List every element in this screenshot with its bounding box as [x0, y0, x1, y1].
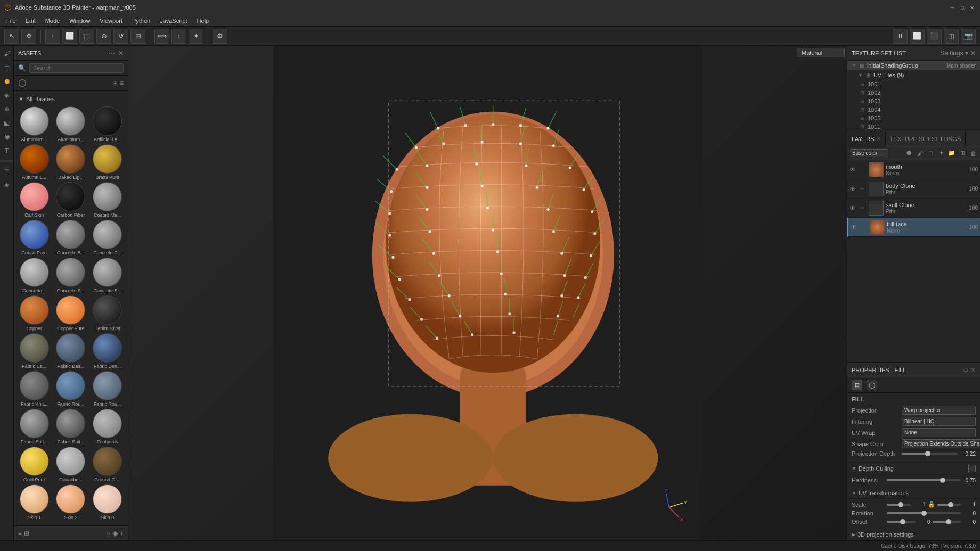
material-item[interactable]: Aluminium... — [17, 106, 52, 142]
material-item[interactable]: Fabric Knit... — [17, 371, 52, 407]
material-item[interactable]: Carbon Fiber — [54, 182, 88, 218]
layer-vis-body[interactable]: 👁 — [850, 185, 858, 193]
depth-culling-header[interactable]: ▼ Depth Culling — [847, 463, 980, 475]
offset-slider-2[interactable] — [933, 521, 961, 523]
library-header[interactable]: ▼ All libraries — [17, 94, 125, 104]
layer-add-folder[interactable]: 📁 — [947, 149, 957, 158]
grid-view-icon[interactable]: ⊞ — [112, 79, 118, 87]
lock-icon[interactable]: 🔒 — [928, 501, 935, 508]
menu-python[interactable]: Python — [128, 17, 154, 25]
move-tool[interactable]: ⊕ — [96, 29, 111, 44]
material-item[interactable]: Baked Lig... — [54, 144, 88, 180]
tile-row[interactable]: ⊞ 1001 — [847, 80, 980, 88]
material-item[interactable]: Fabric Rou... — [54, 371, 88, 407]
mirror-tool[interactable]: ↕ — [172, 29, 186, 44]
material-item[interactable]: Copper Pure — [54, 295, 88, 331]
assets-grid-icon[interactable]: ⊞ — [24, 530, 29, 537]
props-float-icon[interactable]: ⧉ — [963, 366, 968, 374]
material-item[interactable]: Denim Rivet — [90, 295, 125, 331]
tool-fill[interactable]: ⬢ — [1, 76, 13, 87]
layer-row-mouth[interactable]: 👁 mouth Norm 100 — [847, 160, 980, 179]
offset-slider-1[interactable] — [887, 521, 916, 523]
scale-tool[interactable]: ⊞ — [130, 29, 145, 44]
material-item[interactable]: Concrete B... — [54, 220, 88, 256]
material-item[interactable]: Artificial Le... — [90, 106, 125, 142]
tsl-close-icon[interactable]: ✕ — [970, 50, 976, 57]
material-item[interactable]: Fabric Den... — [90, 333, 125, 369]
layer-row-skull-clone[interactable]: 👁 ✏ skull Clone Pthr 100 — [847, 199, 980, 218]
material-item[interactable]: Skin 3 — [90, 484, 125, 520]
layer-vis-skull[interactable]: 👁 — [850, 204, 858, 212]
layer-add-mask[interactable]: ◻ — [926, 149, 935, 158]
menu-window[interactable]: Window — [65, 17, 94, 25]
scale-slider-1[interactable] — [887, 504, 911, 506]
menu-help[interactable]: Help — [193, 17, 214, 25]
tile-row[interactable]: ⊞ 1005 — [847, 114, 980, 122]
material-item[interactable]: Concrete... — [17, 258, 52, 293]
material-item[interactable]: Gouache... — [54, 447, 88, 482]
material-item[interactable]: Calf Skin — [17, 182, 52, 218]
filter-icon[interactable]: ⬡ — [18, 77, 27, 89]
tool-clone[interactable]: ⊕ — [1, 103, 13, 115]
tool-text[interactable]: T — [1, 145, 13, 157]
material-item[interactable]: Ground Gr... — [90, 447, 125, 482]
circle-icon[interactable]: ◉ — [112, 530, 118, 537]
uv-transform-header[interactable]: ▼ UV transformations — [847, 488, 980, 499]
props-close-icon[interactable]: ✕ — [970, 366, 976, 374]
uv-tiles-row[interactable]: ▼ ⊞ UV Tiles (9) — [847, 70, 980, 80]
layer-add-effect[interactable]: ✦ — [936, 149, 946, 158]
transform-tool[interactable]: ✥ — [21, 29, 36, 44]
menu-mode[interactable]: Mode — [41, 17, 64, 25]
menu-javascript[interactable]: JavaScript — [156, 17, 191, 25]
scale-slider-2[interactable] — [937, 504, 961, 506]
material-item[interactable]: Copper — [17, 295, 52, 331]
paint-tool[interactable]: ⬜ — [62, 29, 77, 44]
material-item[interactable]: Autumn L... — [17, 144, 52, 180]
layer-add-fill[interactable]: ⬢ — [904, 149, 914, 158]
layer-vis-mouth[interactable]: 👁 — [850, 166, 858, 174]
material-item[interactable]: Brass Pure — [90, 144, 125, 180]
material-item[interactable]: Coated Me... — [90, 182, 125, 218]
props-tab-fill-icon[interactable]: ⊞ — [852, 380, 862, 390]
render-camera[interactable]: 📷 — [961, 29, 976, 44]
material-item[interactable]: Skin 1 — [17, 484, 52, 520]
render-3d[interactable]: ⬛ — [927, 29, 942, 44]
layer-row-body-clone[interactable]: 👁 ✏ body Clone Pthr 100 — [847, 179, 980, 199]
layer-vis-face[interactable]: 👁 — [851, 224, 859, 231]
assets-close-icon[interactable]: ✕ — [118, 50, 124, 57]
props-tab-mat-icon[interactable]: ◯ — [867, 380, 877, 390]
tsl-settings-icon[interactable]: Settings ▾ — [940, 50, 968, 57]
tile-row[interactable]: ⊞ 1003 — [847, 97, 980, 105]
material-item[interactable]: Aluminium... — [54, 106, 88, 142]
layer-add-paint[interactable]: 🖌 — [915, 149, 925, 158]
tile-row[interactable]: ⊞ 1002 — [847, 88, 980, 97]
material-select[interactable]: Material Albedo Roughness Metallic Norma… — [797, 48, 845, 57]
shading-group-row[interactable]: ▼ ⊞ initialShadingGroup Main shader — [847, 61, 980, 70]
projection-settings-header[interactable]: ▶ 3D projection settings — [847, 529, 980, 540]
wrap-tool[interactable]: ✦ — [189, 29, 203, 44]
hardness-slider[interactable] — [887, 479, 961, 481]
material-item[interactable]: Fabric Soft... — [17, 409, 52, 445]
add-tool[interactable]: + — [45, 29, 60, 44]
projection-select[interactable]: Warp projection UV projection Planar Sph… — [902, 406, 976, 415]
assets-list-icon[interactable]: ≡ — [18, 530, 22, 537]
tool-layer[interactable]: ≡ — [1, 165, 13, 177]
tab-layers[interactable]: LAYERS ✕ — [847, 131, 886, 146]
tool-paint[interactable]: 🖌 — [1, 48, 13, 60]
material-item[interactable]: Concrete S... — [54, 258, 88, 293]
menu-file[interactable]: File — [2, 17, 20, 25]
material-item[interactable]: Fabric Ba... — [17, 333, 52, 369]
new-material-icon[interactable]: ○ — [107, 530, 110, 537]
material-item[interactable]: Gold Pure — [17, 447, 52, 482]
symmetry-tool[interactable]: ⟺ — [154, 29, 169, 44]
render-2d[interactable]: ⬜ — [910, 29, 925, 44]
depth-culling-checkbox[interactable] — [968, 465, 976, 472]
render-split[interactable]: ◫ — [944, 29, 959, 44]
tool-extra[interactable]: ◈ — [1, 179, 13, 191]
select-tool[interactable]: ↖ — [4, 29, 19, 44]
close-button[interactable]: ✕ — [968, 4, 976, 11]
material-item[interactable]: Fabric Rou... — [90, 371, 125, 407]
select-region[interactable]: ⬚ — [79, 29, 94, 44]
tool-select[interactable]: ⬕ — [1, 117, 13, 129]
viewport[interactable]: Material Albedo Roughness Metallic Norma… — [128, 46, 847, 540]
